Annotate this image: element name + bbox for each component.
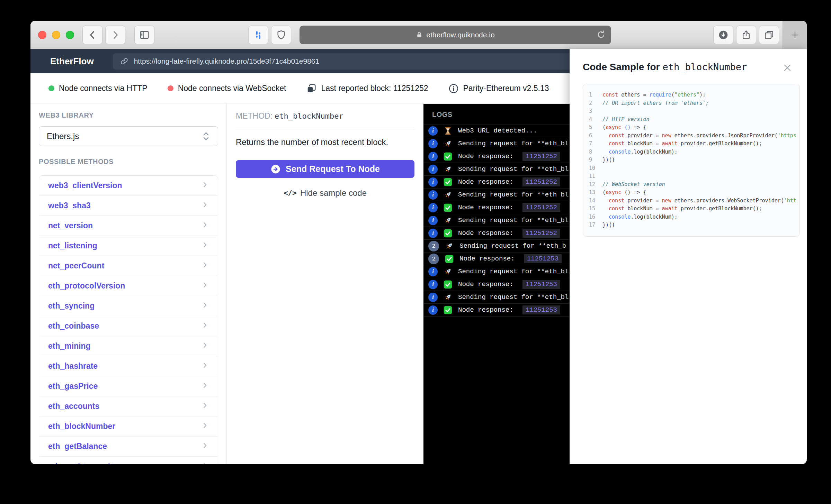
line-number: 1 — [583, 91, 602, 99]
sidebar-toggle-button[interactable] — [134, 26, 154, 44]
chevron-right-icon — [201, 201, 209, 211]
sidebar-method-item[interactable]: eth_gasPrice — [39, 376, 218, 396]
line-number: 16 — [583, 213, 602, 221]
sidebar-method-label: net_peerCount — [48, 261, 104, 271]
check-icon — [443, 280, 453, 289]
code-text: const blockNum = await provider.getBlock… — [602, 205, 799, 213]
code-sample-title: Code Sample foreth_blockNumber — [583, 62, 747, 73]
sidebar-method-label: eth_getBalance — [48, 442, 107, 451]
code-line: 2// OR import ethers from 'ethers'; — [583, 99, 799, 108]
code-sample-title-method: eth_blockNumber — [662, 62, 747, 72]
line-number: 2 — [583, 99, 602, 108]
select-chevrons-icon — [202, 131, 210, 141]
sidebar-method-label: eth_gasPrice — [48, 382, 98, 391]
sidebar-method-item[interactable]: net_version — [39, 216, 218, 236]
sidebar-method-item[interactable]: eth_blockNumber — [39, 416, 218, 437]
sidebar-method-item[interactable]: web3_sha3 — [39, 196, 218, 216]
code-text — [602, 107, 799, 116]
log-response-value: 11251253 — [522, 305, 560, 314]
log-response-value: 11251253 — [524, 254, 562, 263]
minimize-window-button[interactable] — [52, 31, 60, 39]
divider — [236, 128, 414, 128]
send-request-label: Send Request To Node — [286, 164, 380, 174]
code-text: // HTTP version — [602, 116, 799, 124]
log-message: Sending request for **eth_bl — [458, 217, 569, 224]
log-message: Node response: — [459, 255, 515, 263]
code-text: (async () => { — [602, 189, 799, 197]
code-line: 12// WebSocket version — [583, 181, 799, 189]
sidebar-method-item[interactable]: eth_mining — [39, 336, 218, 356]
sidebar-method-label: eth_protocolVersion — [48, 281, 125, 291]
method-heading-label: METHOD: — [236, 111, 272, 120]
status-item-label: Node connects via HTTP — [59, 84, 148, 93]
check-icon — [443, 229, 453, 238]
tab-overview-button[interactable] — [759, 26, 779, 44]
line-number: 3 — [583, 107, 602, 116]
forward-button[interactable] — [105, 26, 125, 44]
address-text: etherflow.quiknode.io — [426, 31, 494, 39]
log-message: Sending request for **eth_bl — [458, 268, 569, 275]
rocket-icon — [443, 190, 453, 200]
sidebar-method-label: eth_accounts — [48, 402, 99, 411]
close-window-button[interactable] — [38, 31, 46, 39]
code-sample-header: Code Sample foreth_blockNumber — [570, 49, 807, 73]
sidebar-method-label: eth_hashrate — [48, 361, 98, 371]
red-dot — [168, 85, 173, 91]
sidebar-method-item[interactable]: net_peerCount — [39, 256, 218, 276]
sidebar-method-item[interactable]: eth_getStorageAt — [39, 457, 218, 464]
sidebar-method-item[interactable]: eth_protocolVersion — [39, 276, 218, 296]
hourglass-icon — [443, 126, 453, 136]
safari-window: etherflow.quiknode.io EtherFlow Node con… — [30, 21, 807, 464]
line-number: 7 — [583, 140, 602, 148]
log-response-value: 11251252 — [522, 229, 560, 238]
line-number: 6 — [583, 132, 602, 140]
close-icon[interactable] — [782, 62, 793, 73]
block-copy-icon — [306, 83, 316, 94]
share-button[interactable] — [736, 26, 756, 44]
downloads-button[interactable] — [713, 26, 733, 44]
code-line: 10 — [583, 164, 799, 173]
sidebar-method-item[interactable]: web3_clientVersion — [39, 176, 218, 196]
rocket-icon — [443, 267, 453, 276]
sidebar-method-item[interactable]: eth_hashrate — [39, 356, 218, 376]
chevron-right-icon — [201, 442, 209, 451]
chevron-right-icon — [201, 382, 209, 391]
reload-icon[interactable] — [596, 29, 606, 40]
sidebar-method-item[interactable]: eth_coinbase — [39, 316, 218, 336]
zoom-window-button[interactable] — [66, 31, 74, 39]
code-line: 4// HTTP version — [583, 116, 799, 124]
chevron-right-icon — [201, 341, 209, 351]
web3-library-select[interactable]: Ethers.js — [39, 126, 218, 146]
new-tab-button[interactable] — [783, 21, 807, 49]
quiknode-extension-button[interactable] — [248, 26, 268, 44]
code-line: 5(async () => { — [583, 123, 799, 132]
shield-extension-button[interactable] — [271, 26, 291, 44]
chevron-right-icon — [201, 321, 209, 331]
web3-library-label: WEB3 LIBRARY — [39, 111, 218, 119]
browser-address-bar[interactable]: etherflow.quiknode.io — [300, 26, 611, 44]
sidebar-method-item[interactable]: eth_accounts — [39, 396, 218, 416]
code-line: 15 const blockNum = await provider.getBl… — [583, 205, 799, 213]
method-heading-name: eth_blockNumber — [275, 112, 343, 120]
line-number: 15 — [583, 205, 602, 213]
code-text: const blockNum = await provider.getBlock… — [602, 140, 799, 148]
code-line: 11 — [583, 172, 799, 181]
sidebar-method-item[interactable]: eth_syncing — [39, 296, 218, 316]
link-icon — [120, 57, 129, 66]
send-request-button[interactable]: Send Request To Node — [236, 160, 414, 178]
line-number: 8 — [583, 148, 602, 156]
info-badge-icon: i — [428, 229, 438, 238]
log-message: Node response: — [458, 178, 513, 186]
sidebar-method-item[interactable]: net_listening — [39, 236, 218, 256]
back-button[interactable] — [82, 26, 102, 44]
chevron-right-icon — [201, 261, 209, 271]
check-icon — [443, 152, 453, 161]
info-badge-icon: i — [428, 190, 438, 200]
code-text — [602, 172, 799, 181]
code-text — [602, 164, 799, 173]
toggle-sample-code-link[interactable]: </> Hide sample code — [236, 188, 414, 198]
sidebar-method-item[interactable]: eth_getBalance — [39, 437, 218, 457]
log-message: Sending request for **eth_bl — [458, 191, 569, 199]
code-line: 16 console.log(blockNum); — [583, 213, 799, 221]
code-text: const ethers = require("ethers"); — [602, 91, 799, 99]
